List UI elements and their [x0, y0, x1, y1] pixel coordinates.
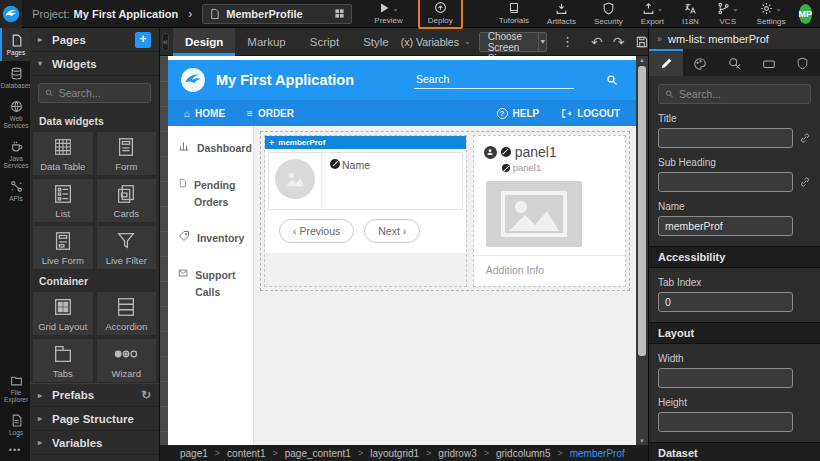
panel1-header[interactable]: panel1	[474, 136, 625, 160]
widget-tile-list[interactable]: List	[32, 178, 94, 223]
tab-markup[interactable]: Markup	[235, 28, 297, 56]
nav-order[interactable]: ≡ ORDER	[247, 108, 294, 119]
settings-button[interactable]: ⌄ Settings	[757, 2, 786, 26]
tab-properties[interactable]	[649, 49, 683, 76]
next-page-button[interactable]: Next ›	[364, 219, 420, 243]
widget-tile-grid-layout[interactable]: Grid Layout	[32, 291, 94, 336]
layout-section-header[interactable]: Layout	[649, 322, 820, 344]
scroll-down-arrow[interactable]: ▼	[636, 438, 648, 444]
rail-item-apis[interactable]: APIs	[0, 174, 30, 207]
tutorials-button[interactable]: Tutorials	[499, 2, 529, 25]
pages-accordion[interactable]: ▸ Pages +	[30, 28, 159, 52]
app-search-icon[interactable]	[606, 74, 618, 86]
tab-events[interactable]	[717, 49, 751, 76]
rail-item-java-services[interactable]: Java Services	[0, 134, 30, 174]
page-structure-accordion[interactable]: ▸ Page Structure	[30, 407, 159, 431]
tab-devices[interactable]	[752, 49, 786, 76]
scrollbar-thumb[interactable]	[638, 66, 646, 356]
wavemaker-logo[interactable]	[0, 0, 22, 28]
panel1-image-placeholder[interactable]	[486, 181, 582, 247]
menu-item-pending-orders[interactable]: Pending Orders	[178, 177, 253, 211]
nav-help[interactable]: ? HELP	[497, 108, 540, 119]
tab-index-input[interactable]	[658, 292, 793, 312]
tab-script[interactable]: Script	[298, 28, 351, 56]
variables-menu-button[interactable]: (x) Variables ⌄	[401, 36, 471, 48]
widget-tile-live-filter[interactable]: Live Filter	[96, 225, 158, 270]
page-tab-memberprofile[interactable]: MemberProfile	[202, 4, 352, 24]
rail-more-button[interactable]: •••	[0, 441, 30, 461]
refresh-icon[interactable]: ↻	[141, 388, 151, 402]
breadcrumb-memberprof[interactable]: memberProf	[570, 448, 625, 459]
rail-item-web-services[interactable]: Web Services	[0, 94, 30, 134]
scroll-up-arrow[interactable]: ▲	[636, 57, 648, 63]
subheading-input[interactable]	[658, 172, 793, 192]
widgets-accordion[interactable]: ▾ Widgets	[30, 52, 159, 76]
previous-page-button[interactable]: ‹ Previous	[279, 219, 354, 243]
memberprof-list-widget[interactable]: + memberProf	[264, 135, 467, 287]
tab-security[interactable]	[786, 49, 820, 76]
widget-tile-wizard[interactable]: Wizard	[96, 338, 158, 383]
app-search-field[interactable]: Search	[414, 71, 574, 89]
widget-search-input[interactable]	[59, 87, 144, 99]
nav-logout[interactable]: LOGOUT	[561, 108, 620, 119]
vcs-button[interactable]: ⌄ VCS	[717, 2, 739, 26]
name-input[interactable]	[658, 216, 793, 236]
preview-button[interactable]: ⌄ Preview	[374, 2, 402, 25]
widget-tile-accordion[interactable]: Accordion	[96, 291, 158, 336]
accessibility-section-header[interactable]: Accessibility	[649, 246, 820, 268]
expand-panel-button[interactable]: »	[657, 34, 662, 44]
add-page-button[interactable]: +	[135, 32, 151, 48]
deploy-button[interactable]: Deploy	[418, 0, 463, 29]
breadcrumb-content1[interactable]: content1	[227, 448, 265, 459]
canvas-scrollbar[interactable]: ▲ ▼	[636, 56, 648, 445]
breadcrumb-layoutgrid1[interactable]: layoutgrid1	[370, 448, 419, 459]
rail-item-databases[interactable]: Databases	[0, 61, 30, 94]
link-icon[interactable]	[799, 132, 811, 144]
user-avatar[interactable]: MP	[799, 4, 813, 24]
dataset-section-header[interactable]: Dataset	[649, 442, 820, 461]
tab-design[interactable]: Design	[173, 28, 235, 56]
list-item[interactable]: Name	[268, 152, 463, 210]
tab-styles[interactable]	[683, 49, 717, 76]
menu-item-dashboard[interactable]: Dashboard	[178, 140, 253, 157]
rail-item-logs[interactable]: Logs	[0, 408, 30, 441]
properties-search[interactable]	[658, 84, 811, 104]
width-input[interactable]	[658, 368, 793, 388]
widget-tile-data-table[interactable]: Data Table	[32, 131, 94, 176]
link-icon[interactable]	[799, 176, 811, 188]
breadcrumb-page-content1[interactable]: page_content1	[285, 448, 351, 459]
widget-tile-tabs[interactable]: Tabs	[32, 338, 94, 383]
nav-home[interactable]: ⌂ HOME	[184, 108, 225, 119]
artifacts-button[interactable]: Artifacts	[547, 2, 576, 26]
memberprof-widget-header[interactable]: + memberProf	[265, 136, 466, 149]
prefabs-accordion[interactable]: ▸ Prefabs ↻	[30, 383, 159, 407]
widget-tile-cards[interactable]: Cards	[96, 178, 158, 223]
export-button[interactable]: ⌄ Export	[641, 2, 664, 26]
screen-size-select[interactable]: -- Choose Screen Size -- ▼	[479, 32, 547, 52]
widget-tile-live-form[interactable]: Live Form	[32, 225, 94, 270]
variables-accordion[interactable]: ▸ Variables	[30, 431, 159, 455]
menu-item-support-calls[interactable]: Support Calls	[178, 267, 253, 301]
move-handle-icon[interactable]: +	[269, 138, 274, 148]
widget-search[interactable]	[38, 83, 151, 103]
title-input[interactable]	[658, 128, 793, 148]
tab-style[interactable]: Style	[351, 28, 401, 56]
list-item-name-field[interactable]: Name	[322, 153, 378, 209]
menu-item-inventory[interactable]: Inventory	[178, 230, 253, 247]
gridrow-selection[interactable]: + memberProf	[260, 131, 630, 291]
breadcrumb-gridrow3[interactable]: gridrow3	[438, 448, 476, 459]
rail-item-file-explorer[interactable]: File Explorer	[0, 368, 30, 408]
widget-tile-form[interactable]: Form	[96, 131, 158, 176]
rail-item-pages[interactable]: Pages	[0, 28, 30, 61]
panel1-widget[interactable]: panel1 panel1 Addition Info	[473, 135, 626, 287]
collapse-left-panel-button[interactable]: «	[162, 33, 169, 51]
security-button[interactable]: Security	[594, 2, 623, 26]
breadcrumb-gridcolumn5[interactable]: gridcolumn5	[496, 448, 550, 459]
breadcrumb-page1[interactable]: page1	[180, 448, 208, 459]
undo-button[interactable]: ↶	[586, 34, 608, 50]
app-logo-icon[interactable]	[180, 67, 206, 93]
height-input[interactable]	[658, 412, 793, 432]
i18n-button[interactable]: I18N	[682, 2, 699, 26]
redo-button[interactable]: ↷	[608, 34, 630, 50]
properties-search-input[interactable]	[679, 88, 804, 100]
